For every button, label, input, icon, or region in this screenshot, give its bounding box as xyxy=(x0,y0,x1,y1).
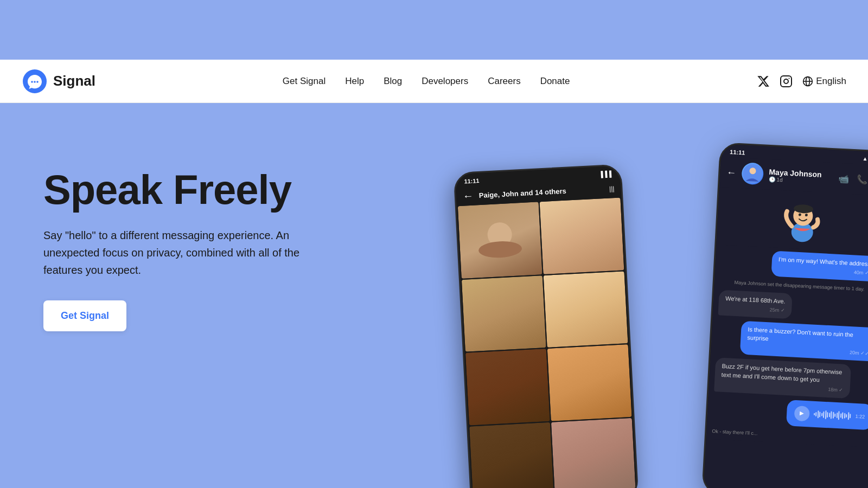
svg-point-1 xyxy=(31,81,33,83)
svg-point-3 xyxy=(36,81,39,83)
nav-help[interactable]: Help xyxy=(345,76,364,87)
video-cell-8 xyxy=(551,418,636,488)
video-cell-2 xyxy=(540,197,624,274)
chat-messages: I'm on my way! What's the address? 40m ✓… xyxy=(706,245,868,448)
phone2-signal: ▲ ▲ 📶 xyxy=(862,156,868,163)
nav-icons: English xyxy=(757,75,846,88)
globe-icon xyxy=(802,76,813,87)
phone1-signal: ▐▐▐ xyxy=(598,170,611,177)
video-call-icon: 📹 xyxy=(838,173,850,184)
video-grid xyxy=(457,197,637,488)
nav-developers[interactable]: Developers xyxy=(422,76,468,87)
message-3: Is there a buzzer? Don't want to ruin th… xyxy=(740,321,868,362)
hero-cta-button[interactable]: Get Signal xyxy=(43,300,126,331)
chat-bottom-text: Ok - stay there I'll c... xyxy=(712,426,868,444)
phone-group-call: 11:11 ▐▐▐ ← Paige, John and 14 others ||… xyxy=(454,164,639,488)
call-info: Paige, John and 14 others xyxy=(478,185,604,200)
signal-bars-icon: ||| xyxy=(609,185,615,192)
twitter-icon[interactable] xyxy=(757,75,770,88)
hero-section: Speak Freely Say "hello" to a different … xyxy=(0,103,868,488)
instagram-icon[interactable] xyxy=(780,75,793,88)
nav-links: Get Signal Help Blog Developers Careers … xyxy=(283,76,570,87)
back-arrow-icon: ← xyxy=(462,190,474,203)
phone1-time: 11:11 xyxy=(464,177,480,184)
svg-rect-4 xyxy=(781,76,792,87)
character-svg xyxy=(777,196,828,247)
video-cell-6 xyxy=(547,344,632,421)
video-cell-4 xyxy=(544,271,628,348)
chat-actions: 📹 📞 ⋮ xyxy=(838,173,868,185)
nav-donate[interactable]: Donate xyxy=(540,76,570,87)
chat-contact-info: Maya Johnson 🕒 1d xyxy=(769,167,833,185)
voice-message: ▶ xyxy=(786,400,868,430)
video-cell-5 xyxy=(465,349,550,425)
phone-call-icon: 📞 xyxy=(857,174,868,185)
chat-avatar xyxy=(741,162,764,185)
phone2-time: 11:11 xyxy=(730,149,745,156)
message-4: Buzz 2F if you get here before 7pm other… xyxy=(714,358,851,399)
nav-careers[interactable]: Careers xyxy=(488,76,520,87)
hero-subtitle: Say "hello" to a different messaging exp… xyxy=(43,227,309,279)
call-title: Paige, John and 14 others xyxy=(478,185,604,200)
language-selector[interactable]: English xyxy=(802,76,846,87)
phone2-screen: 11:11 ▲ ▲ 📶 ← Maya Johnson xyxy=(703,144,868,488)
language-label: English xyxy=(816,76,846,87)
chat-back-icon: ← xyxy=(726,166,737,178)
phone-chat: 11:11 ▲ ▲ 📶 ← Maya Johnson xyxy=(701,142,868,488)
voice-duration: 1:22 xyxy=(855,414,865,420)
video-cell-7 xyxy=(469,422,554,488)
hero-content: Speak Freely Say "hello" to a different … xyxy=(43,136,309,331)
video-cell-3 xyxy=(462,275,546,352)
svg-point-6 xyxy=(789,78,790,79)
logo-text: Signal xyxy=(53,73,95,89)
logo[interactable]: Signal xyxy=(22,68,95,94)
signal-logo-icon xyxy=(22,68,48,94)
hero-title: Speak Freely xyxy=(43,168,309,211)
voice-waveform xyxy=(814,409,851,422)
svg-point-2 xyxy=(34,81,36,83)
phones-container: 11:11 ▐▐▐ ← Paige, John and 14 others ||… xyxy=(461,130,868,488)
message-2: We're at 118 68th Ave. 25m ✓ xyxy=(718,290,793,319)
chat-illustration xyxy=(716,187,868,253)
phone1-screen: 11:11 ▐▐▐ ← Paige, John and 14 others ||… xyxy=(455,165,637,488)
message-1: I'm on my way! What's the address? 40m ✓… xyxy=(771,251,868,281)
svg-point-5 xyxy=(784,79,788,84)
video-cell-1 xyxy=(458,202,542,278)
voice-play-button[interactable]: ▶ xyxy=(794,406,810,421)
nav-get-signal[interactable]: Get Signal xyxy=(283,76,326,87)
navbar: Signal Get Signal Help Blog Developers C… xyxy=(0,60,868,103)
top-banner xyxy=(0,0,868,60)
nav-blog[interactable]: Blog xyxy=(384,76,402,87)
